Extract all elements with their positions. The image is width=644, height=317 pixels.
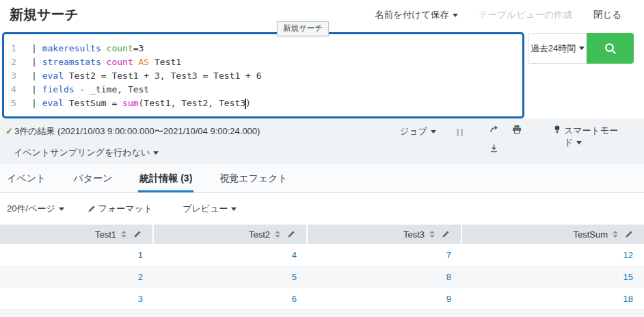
job-menu[interactable]: ジョブ: [400, 125, 436, 138]
table-cell: 9: [308, 288, 462, 309]
cell-value-link[interactable]: 2: [138, 272, 143, 282]
sort-icon[interactable]: [121, 231, 126, 238]
editor-line-numbers: 12345: [4, 34, 23, 116]
code-line[interactable]: | eval TestSum = sum(Test1, Test2, Test3…: [31, 97, 262, 110]
tab-イベント[interactable]: イベント: [5, 164, 47, 192]
column-label: TestSum: [573, 229, 608, 240]
table-controls: 20件/ページ フォーマット プレビュー: [0, 193, 644, 225]
cell-value-link[interactable]: 1: [138, 250, 143, 260]
editor-lines: | makeresults count=3| streamstats count…: [23, 34, 262, 116]
code-line[interactable]: | streamstats count AS Test1: [31, 55, 262, 69]
column-header-Test3[interactable]: Test3: [308, 225, 462, 244]
cell-value-link[interactable]: 6: [292, 294, 297, 304]
code-token: makeresults: [42, 43, 101, 53]
chevron-down-icon: [59, 207, 64, 211]
cell-value-link[interactable]: 4: [292, 250, 297, 260]
column-label: Test3: [403, 229, 425, 240]
table-cell: 18: [462, 288, 644, 309]
code-token: |: [31, 98, 42, 108]
cell-value-link[interactable]: 3: [138, 294, 143, 304]
table-cell: 4: [154, 244, 308, 266]
code-token: [101, 57, 107, 67]
table-next-row-partial: [0, 309, 644, 317]
code-token: |: [31, 57, 42, 67]
search-mode-label: スマートモード: [564, 125, 620, 148]
table-cell: 7: [308, 244, 462, 266]
code-token: (Test1, Test2, Test3: [139, 98, 246, 108]
cell-value-link[interactable]: 12: [623, 250, 633, 260]
column-header-Test1[interactable]: Test1: [0, 225, 154, 244]
line-number: 2: [4, 55, 23, 69]
code-line[interactable]: | makeresults count=3: [31, 42, 262, 55]
pencil-icon[interactable]: [442, 230, 450, 238]
cell-value-link[interactable]: 18: [623, 294, 633, 304]
close-button[interactable]: 閉じる: [593, 9, 621, 21]
code-token: ): [245, 98, 251, 108]
code-token: =3: [133, 43, 144, 53]
per-page-menu[interactable]: 20件/ページ: [7, 203, 64, 215]
code-token: Test2 = Test1 + 3, Test3 = Test1 + 6: [64, 71, 262, 81]
code-token: |: [31, 43, 42, 53]
cell-value-link[interactable]: 7: [446, 250, 451, 260]
time-range-picker[interactable]: 過去24時間: [528, 33, 587, 64]
code-token: [101, 43, 107, 53]
code-token: eval: [42, 98, 64, 108]
search-button[interactable]: [587, 33, 634, 64]
column-header-Test2[interactable]: Test2: [154, 225, 308, 244]
code-token: streamstats: [42, 57, 101, 67]
preview-menu[interactable]: プレビュー: [183, 203, 237, 215]
magnifier-icon: [603, 41, 618, 56]
table-row: 36918: [0, 288, 644, 309]
cell-value-link[interactable]: 9: [446, 294, 451, 304]
tab-統計情報 (3)[interactable]: 統計情報 (3): [138, 164, 193, 192]
share-icon[interactable]: [489, 125, 500, 134]
table-cell: 1: [0, 244, 154, 266]
column-label: Test2: [249, 229, 270, 240]
code-line[interactable]: | eval Test2 = Test1 + 3, Test3 = Test1 …: [31, 69, 262, 83]
table-cell: 8: [308, 266, 462, 288]
pencil-icon[interactable]: [625, 230, 633, 238]
result-count-status: ✓3件の結果 (2021/10/03 9:00:00.000〜2021/10/0…: [5, 125, 260, 138]
print-icon[interactable]: [512, 125, 522, 134]
search-query-editor[interactable]: 12345 | makeresults count=3| streamstats…: [2, 32, 524, 118]
sort-icon[interactable]: [613, 231, 618, 238]
save-as-menu[interactable]: 名前を付けて保存: [375, 9, 458, 21]
code-token: count: [107, 43, 133, 53]
table-cell: 12: [462, 244, 644, 266]
code-token: fields: [42, 84, 75, 94]
chevron-down-icon: [431, 130, 436, 134]
search-mode-menu[interactable]: スマートモード: [554, 125, 620, 148]
format-menu[interactable]: フォーマット: [88, 203, 153, 215]
cell-value-link[interactable]: 8: [446, 272, 451, 282]
check-icon: ✓: [5, 126, 13, 136]
splunk-search-page: 新規サーチ 名前を付けて保存 テーブルビューの作成 閉じる 新規サーチ 1234…: [0, 0, 644, 317]
pause-icon: [457, 127, 465, 139]
cell-value-link[interactable]: 15: [623, 272, 633, 282]
sort-icon[interactable]: [429, 231, 435, 238]
event-sampling-menu[interactable]: イベントサンプリングを行わない: [14, 147, 159, 159]
sort-icon[interactable]: [275, 231, 280, 238]
pencil-icon[interactable]: [133, 230, 142, 238]
code-line[interactable]: | fields - _time, Test: [31, 83, 262, 97]
column-header-TestSum[interactable]: TestSum: [462, 225, 644, 244]
tab-視覚エフェクト[interactable]: 視覚エフェクト: [218, 164, 289, 192]
chevron-down-icon: [579, 47, 585, 50]
line-number: 5: [4, 97, 23, 110]
cell-value-link[interactable]: 5: [292, 272, 297, 282]
table-row: 14712: [0, 244, 644, 266]
line-number: 1: [4, 42, 23, 55]
pencil-icon: [88, 205, 96, 213]
code-token: count: [107, 57, 133, 67]
code-token: AS: [139, 57, 150, 67]
table-cell: 6: [154, 288, 308, 309]
chevron-down-icon: [153, 151, 159, 155]
code-token: Test1: [149, 57, 181, 67]
table-header-row: Test1Test2Test3TestSum: [0, 225, 644, 244]
statistics-table: Test1Test2Test3TestSum 147122581536918: [0, 225, 644, 309]
line-number: 4: [4, 83, 23, 97]
tab-パターン[interactable]: パターン: [72, 164, 113, 192]
download-icon[interactable]: [489, 144, 498, 153]
create-table-view-button: テーブルビューの作成: [479, 9, 572, 21]
pencil-icon[interactable]: [287, 230, 295, 238]
code-token: TestSum =: [64, 98, 122, 108]
